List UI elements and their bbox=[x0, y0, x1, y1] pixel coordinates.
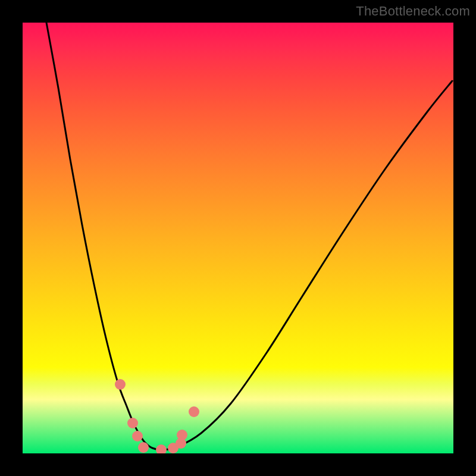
dot-trough-a bbox=[138, 442, 149, 453]
dot-right-upper bbox=[189, 406, 199, 417]
dot-right-mid bbox=[177, 430, 187, 440]
dot-left-low bbox=[132, 431, 143, 441]
plot-area bbox=[23, 23, 453, 453]
dot-trough-b bbox=[156, 444, 167, 453]
watermark-text: TheBottleneck.com bbox=[356, 4, 470, 19]
bottleneck-curve bbox=[46, 23, 452, 450]
chart-svg bbox=[23, 23, 453, 453]
chart-frame: TheBottleneck.com bbox=[0, 0, 476, 476]
dot-left-upper bbox=[115, 379, 126, 390]
dot-left-mid bbox=[127, 418, 138, 428]
